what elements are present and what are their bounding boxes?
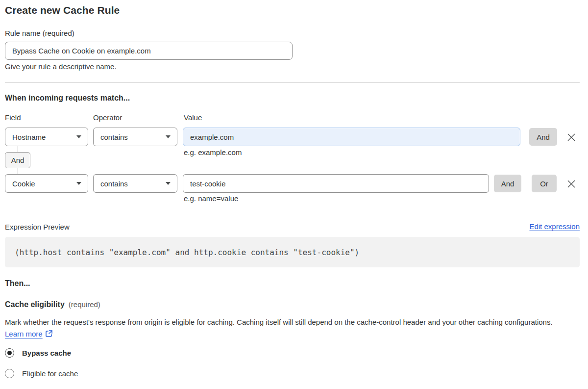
learn-more-link[interactable]: Learn more <box>5 330 43 338</box>
match-section-heading: When incoming requests match... <box>5 94 130 103</box>
page-title: Create new Cache Rule <box>5 4 120 16</box>
then-section-heading: Then... <box>5 279 30 288</box>
cache-eligibility-description: Mark whether the request's response from… <box>5 316 571 340</box>
and-connector-button[interactable]: And <box>5 152 30 168</box>
chevron-down-icon <box>166 135 171 138</box>
field-select-row1-value: Hostname <box>12 133 46 141</box>
close-icon <box>566 132 576 142</box>
edit-expression-link[interactable]: Edit expression <box>529 222 580 231</box>
radio-unselected-icon[interactable] <box>5 369 14 378</box>
operator-select-row2-value: contains <box>100 180 128 188</box>
field-select-row2-value: Cookie <box>12 180 35 188</box>
operator-select-row2[interactable]: contains <box>93 174 177 193</box>
close-icon <box>566 179 576 189</box>
rule-name-helper: Give your rule a descriptive name. <box>5 62 117 71</box>
remove-condition-row1-button[interactable] <box>564 130 578 144</box>
external-link-icon <box>45 330 53 337</box>
connector-line-top <box>18 146 18 152</box>
rule-name-input[interactable] <box>5 42 293 60</box>
and-button-row2[interactable]: And <box>494 175 521 192</box>
section-divider <box>5 82 580 83</box>
value-hint-row2: e.g. name=value <box>184 194 238 203</box>
expression-preview-label: Expression Preview <box>5 223 70 231</box>
field-select-row2[interactable]: Cookie <box>5 174 88 193</box>
eligible-for-cache-label: Eligible for cache <box>22 369 78 378</box>
chevron-down-icon <box>166 182 171 185</box>
operator-select-row1[interactable]: contains <box>93 128 177 146</box>
chevron-down-icon <box>76 135 81 138</box>
required-note: (required) <box>69 300 100 309</box>
operator-column-label: Operator <box>93 113 122 122</box>
value-input-row1[interactable] <box>183 128 520 146</box>
field-select-row1[interactable]: Hostname <box>5 128 88 146</box>
or-button-row2[interactable]: Or <box>532 175 557 192</box>
remove-condition-row2-button[interactable] <box>564 177 578 191</box>
expression-preview-box: (http.host contains "example.com" and ht… <box>5 237 580 267</box>
operator-select-row1-value: contains <box>100 133 128 141</box>
value-hint-row1: e.g. example.com <box>184 148 242 156</box>
rule-name-label: Rule name (required) <box>5 29 74 37</box>
value-column-label: Value <box>184 113 202 122</box>
and-button-row1[interactable]: And <box>529 128 557 146</box>
value-input-row2[interactable] <box>183 174 489 193</box>
bypass-cache-option[interactable]: Bypass cache <box>5 348 71 358</box>
radio-selected-icon[interactable] <box>5 348 14 358</box>
chevron-down-icon <box>76 182 81 185</box>
eligible-for-cache-option[interactable]: Eligible for cache <box>5 369 78 378</box>
description-text: Mark whether the request's response from… <box>5 318 553 326</box>
field-column-label: Field <box>5 113 21 122</box>
cache-eligibility-heading: Cache eligibility(required) <box>5 300 100 309</box>
connector-line-bottom <box>18 168 18 174</box>
cache-eligibility-title: Cache eligibility <box>5 300 65 309</box>
bypass-cache-label: Bypass cache <box>22 349 71 357</box>
expression-code: (http.host contains "example.com" and ht… <box>15 248 359 257</box>
